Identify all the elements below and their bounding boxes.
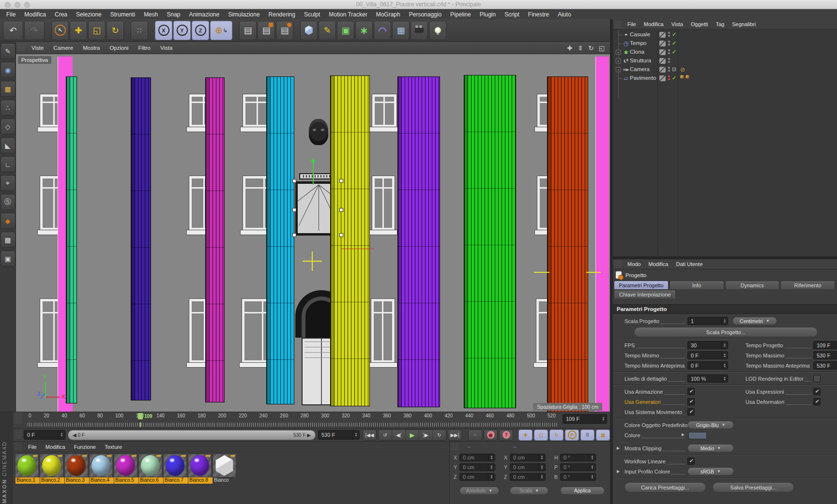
previous-frame-button[interactable]: ◀( [392, 430, 406, 440]
play-button[interactable]: ▶ [406, 430, 419, 440]
tag-list[interactable] [680, 75, 691, 79]
fps-field[interactable]: 30▲▼ [687, 341, 728, 349]
selection-handle[interactable] [292, 179, 296, 183]
object-row-pavimento[interactable]: ▱ Pavimento ✓ [613, 74, 837, 83]
rotation-h-field[interactable]: 0 °▲▼ [560, 454, 596, 461]
position-y-field[interactable]: 0 cm▲▼ [459, 463, 495, 471]
snap-button[interactable]: Ⓢ [0, 194, 15, 210]
usa-sistema-movimento-checkbox[interactable]: ✓ [687, 408, 695, 415]
zoom-view-icon[interactable]: ⇕ [575, 44, 586, 52]
menu-item[interactable]: Rendering [264, 11, 300, 18]
carica-presettaggi-button[interactable]: Carica Presettaggi... [624, 482, 706, 492]
make-editable-button[interactable]: ✎ [0, 43, 15, 59]
workflow-lineare-checkbox[interactable]: ✓ [687, 458, 695, 465]
usa-generatori-checkbox[interactable]: ✓ [687, 398, 695, 405]
menu-item[interactable]: Mesh [139, 11, 162, 18]
playhead[interactable] [138, 413, 143, 419]
enabled-check-icon[interactable]: ✓ [672, 49, 676, 55]
tempo-massimo-field[interactable]: 530 F [813, 351, 837, 359]
goto-end-button[interactable]: ▶▶| [448, 430, 462, 441]
title-bar[interactable]: 00_Villa_0617_Piastre verticali.c4d * - … [0, 0, 837, 9]
object-y-axis[interactable] [313, 160, 314, 185]
enabled-check-icon[interactable]: ✓ [672, 40, 676, 46]
keyframe-help-button[interactable]: ? [499, 430, 513, 441]
selection-handle[interactable] [292, 208, 296, 212]
om-menu-oggetti[interactable]: Oggetti [687, 21, 712, 27]
workplane-mode-button[interactable]: ∟ [0, 156, 15, 172]
size-x-field[interactable]: 0 cm▲▼ [510, 454, 546, 461]
menu-item[interactable]: Plugin [475, 11, 500, 18]
preview-range-slider[interactable]: ◀ 0 F 530 F ▶ [68, 430, 316, 440]
layer-toggle[interactable] [659, 41, 666, 46]
camera-target-icon[interactable]: ⊡ [672, 66, 676, 73]
camera-button[interactable] [411, 21, 428, 40]
visibility-dots[interactable] [668, 58, 670, 64]
environment-floor-button[interactable]: ▦ [392, 21, 410, 40]
expand-arrow-icon[interactable]: ▶ [682, 432, 685, 437]
lod-field[interactable]: 100 %▲▼ [687, 374, 728, 383]
edges-mode-button[interactable]: ◇ [0, 119, 15, 134]
expand-icon[interactable]: + [616, 67, 621, 72]
expand-icon[interactable]: + [616, 50, 621, 55]
menu-item[interactable]: Crea [50, 11, 72, 18]
menu-item[interactable]: Script [500, 11, 524, 18]
timeline-ruler[interactable]: 0204060801001201401601802002202402602803… [24, 412, 561, 428]
material-menu-file[interactable]: File [24, 444, 41, 450]
viewport-menu-vista[interactable]: Vista [155, 45, 177, 51]
lock-z-axis-button[interactable]: Z [192, 21, 209, 40]
tempo-minimo-anteprima-field[interactable]: 0 F▲▼ [687, 361, 728, 370]
quantize-button[interactable]: ▣ [0, 251, 15, 267]
usa-deformatori-checkbox[interactable]: ✓ [813, 398, 821, 405]
tab-chiave-interpolazione[interactable]: Chiave Interpolazione [614, 290, 676, 298]
tempo-minimo-field[interactable]: 0 F▲▼ [687, 351, 728, 359]
autokey-button[interactable]: ◉ [484, 430, 498, 441]
menu-item[interactable]: MoGraph [372, 11, 405, 18]
attr-menu-dati[interactable]: Dati Utente [672, 261, 707, 267]
slab-cyan[interactable] [266, 76, 294, 404]
slab-indigo[interactable] [131, 77, 151, 400]
menu-item[interactable]: Modifica [20, 11, 50, 18]
clipping-dropdown[interactable]: Medio▼ [687, 444, 734, 452]
slab-yellow[interactable] [330, 75, 370, 406]
scala-progetto-button[interactable]: Scala Progetto... [634, 327, 818, 337]
add-primitive-button[interactable] [300, 21, 318, 40]
drag-handle[interactable] [614, 21, 622, 28]
slab-teal[interactable] [66, 76, 77, 403]
visibility-dots[interactable] [668, 75, 670, 81]
subdivision-surface-button[interactable]: ▣ [337, 21, 354, 40]
coords-scale-dropdown[interactable]: Scala▼ [510, 487, 548, 495]
menu-item[interactable]: Animazione [185, 11, 224, 18]
menu-item[interactable]: Snap [162, 11, 184, 18]
menu-item[interactable]: Finestre [524, 11, 553, 18]
selection-handle[interactable] [292, 233, 296, 237]
menu-item[interactable]: Aiuto [553, 11, 575, 18]
layer-toggle[interactable] [659, 67, 666, 73]
menu-item[interactable]: Personaggio [405, 11, 446, 18]
material-item[interactable]: Bianco.4 [90, 454, 114, 484]
undo-button[interactable]: ↶ [3, 21, 23, 40]
stepper-icon[interactable]: ▲▼ [58, 430, 65, 439]
tempo-massimo-anteprima-field[interactable]: 530 F [813, 361, 837, 370]
drag-handle[interactable] [614, 261, 622, 267]
apply-button[interactable]: Applica [560, 487, 605, 495]
mograph-cloner-button[interactable]: ∗ [355, 21, 373, 40]
rotate-view-icon[interactable]: ↻ [586, 44, 596, 52]
frame-field[interactable]: 109 F ▲▼ [563, 414, 607, 424]
menu-item[interactable]: Motion Tracker [324, 11, 371, 18]
texture-mode-button[interactable]: ▦ [0, 81, 15, 97]
salva-presettaggi-button[interactable]: Salva Presettaggi... [713, 482, 794, 492]
record-rotation-toggle[interactable]: ↻ [549, 430, 563, 441]
points-mode-button[interactable]: ∴ [0, 100, 15, 116]
object-row-clona[interactable]: + ∗ Clona ✓ [613, 48, 837, 57]
record-scale-toggle[interactable]: ◱ [534, 430, 548, 441]
selection-handle[interactable] [339, 179, 343, 183]
model-mode-button[interactable]: ◉ [0, 62, 15, 78]
coordinate-system-button[interactable]: ⊕↳ [210, 21, 232, 40]
drag-handle[interactable] [17, 44, 25, 52]
material-item[interactable]: Bianco.8 [188, 454, 213, 484]
next-frame-button[interactable]: )▶ [419, 430, 433, 440]
tag-list[interactable]: ⊘ [680, 66, 685, 73]
rotation-b-field[interactable]: 0 °▲▼ [560, 473, 596, 481]
usa-animazione-checkbox[interactable]: ✓ [687, 388, 695, 395]
material-item[interactable]: Bianco.5 [114, 454, 138, 484]
